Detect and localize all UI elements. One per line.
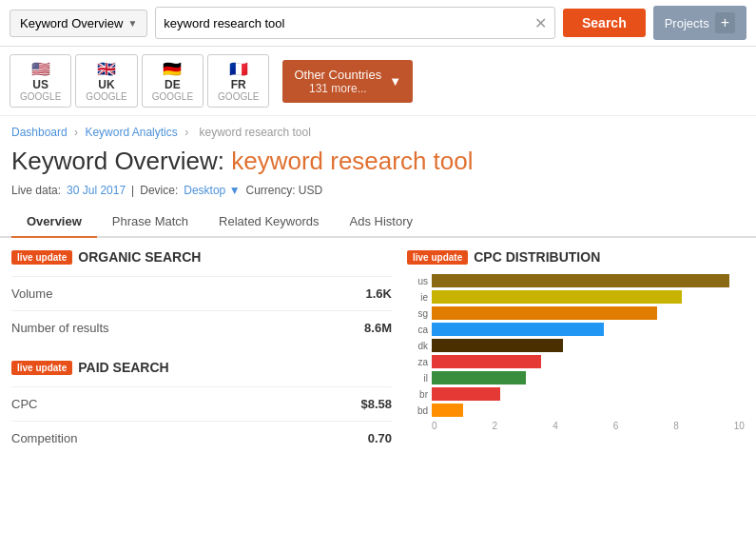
bar-container — [432, 404, 745, 417]
metric-num-results: Number of results 8.6M — [11, 310, 392, 345]
header: Keyword Overview ▼ ✕ Search Projects + — [0, 0, 756, 47]
bar-row-sg: sg — [407, 306, 745, 320]
left-panel: live update ORGANIC SEARCH Volume 1.6K N… — [11, 249, 392, 455]
paid-search-title: live update PAID SEARCH — [11, 360, 392, 375]
country-us[interactable]: 🇺🇸 US GOOGLE — [10, 54, 71, 108]
bar-row-ca: ca — [407, 323, 745, 336]
breadcrumb: Dashboard › Keyword Analytics › keyword … — [0, 116, 756, 143]
num-results-label: Number of results — [11, 321, 109, 335]
bar-container — [432, 290, 745, 304]
competition-value: 0.70 — [368, 431, 392, 445]
bar-label: ie — [407, 292, 428, 303]
title-static: Keyword Overview: — [11, 147, 224, 175]
bar — [432, 339, 563, 352]
bar — [432, 306, 657, 320]
bar-container — [432, 339, 745, 352]
live-badge-paid: live update — [11, 361, 72, 375]
metric-competition: Competition 0.70 — [11, 421, 392, 455]
tab-overview[interactable]: Overview — [11, 207, 97, 238]
breadcrumb-analytics[interactable]: Keyword Analytics — [85, 126, 177, 139]
search-input[interactable] — [164, 16, 534, 30]
chevron-down-icon: ▼ — [389, 74, 401, 89]
bar — [432, 387, 500, 401]
bar-label: br — [407, 389, 428, 400]
chart-title: live update CPC DISTRIBUTION — [407, 249, 745, 265]
competition-label: Competition — [11, 431, 77, 445]
device-link[interactable]: Desktop ▼ — [184, 184, 240, 197]
volume-value: 1.6K — [366, 286, 392, 301]
tab-related-keywords[interactable]: Related Keywords — [204, 207, 335, 238]
chart-title-text: CPC DISTRIBUTION — [474, 249, 600, 265]
bar-row-il: il — [407, 371, 745, 384]
breadcrumb-separator2: › — [184, 126, 191, 139]
bar — [432, 371, 526, 384]
cpc-label: CPC — [11, 397, 37, 411]
plus-icon: + — [715, 12, 735, 33]
bar-row-za: za — [407, 355, 745, 368]
country-fr[interactable]: 🇫🇷 FR GOOGLE — [207, 54, 269, 108]
other-countries-sublabel: 131 more... — [294, 82, 381, 95]
bar — [432, 290, 682, 304]
flag-us: 🇺🇸 — [31, 60, 50, 78]
bar-container — [432, 387, 745, 401]
tab-phrase-match[interactable]: Phrase Match — [97, 207, 204, 238]
date-link[interactable]: 30 Jul 2017 — [67, 184, 126, 197]
metric-volume: Volume 1.6K — [11, 276, 392, 310]
device-label: Device: — [140, 184, 178, 197]
flag-de: 🇩🇪 — [163, 60, 182, 78]
bar-label: ca — [407, 325, 428, 335]
bar-container — [432, 306, 745, 320]
search-button[interactable]: Search — [563, 9, 646, 37]
bar-row-bd: bd — [407, 404, 745, 417]
bar-row-ie: ie — [407, 290, 745, 304]
projects-button[interactable]: Projects + — [653, 6, 746, 40]
tabs: Overview Phrase Match Related Keywords A… — [0, 207, 756, 238]
search-box: ✕ — [155, 7, 555, 39]
bar-container — [432, 355, 745, 368]
breadcrumb-current: keyword research tool — [199, 126, 310, 139]
bar-label: bd — [407, 405, 428, 416]
bar-row-dk: dk — [407, 339, 745, 352]
live-badge-chart: live update — [407, 250, 468, 265]
organic-title-text: ORGANIC SEARCH — [78, 249, 201, 265]
num-results-value: 8.6M — [364, 321, 392, 335]
bar-container — [432, 274, 745, 287]
organic-search-title: live update ORGANIC SEARCH — [11, 249, 392, 265]
breadcrumb-separator: › — [74, 126, 81, 139]
flag-fr: 🇫🇷 — [229, 60, 248, 78]
content-area: live update ORGANIC SEARCH Volume 1.6K N… — [0, 238, 756, 466]
breadcrumb-dashboard[interactable]: Dashboard — [11, 126, 68, 139]
meta-info: Live data: 30 Jul 2017 | Device: Desktop… — [0, 182, 756, 207]
bar — [432, 274, 729, 287]
paid-title-text: PAID SEARCH — [78, 360, 168, 375]
organic-search-section: live update ORGANIC SEARCH Volume 1.6K N… — [11, 249, 392, 345]
live-label: Live data: — [11, 184, 61, 197]
right-panel: live update CPC DISTRIBUTION usiesgcadkz… — [407, 249, 745, 455]
projects-label: Projects — [665, 16, 709, 30]
bar-label: za — [407, 357, 428, 367]
bar-row-us: us — [407, 274, 745, 287]
clear-button[interactable]: ✕ — [534, 14, 547, 32]
bar-row-br: br — [407, 387, 745, 401]
chart-x-axis: 0 2 4 6 8 10 — [407, 421, 745, 431]
bar-label: dk — [407, 341, 428, 351]
flag-uk: 🇬🇧 — [97, 60, 116, 78]
tab-ads-history[interactable]: Ads History — [335, 207, 428, 238]
metric-cpc: CPC $8.58 — [11, 386, 392, 421]
bar-label: sg — [407, 308, 428, 319]
other-countries-button[interactable]: Other Countries 131 more... ▼ — [282, 60, 413, 103]
paid-search-section: live update PAID SEARCH CPC $8.58 Compet… — [11, 360, 392, 455]
chevron-down-icon: ▼ — [229, 184, 241, 197]
keyword-overview-dropdown[interactable]: Keyword Overview ▼ — [10, 10, 147, 37]
page-title: Keyword Overview: keyword research tool — [0, 143, 756, 182]
bar — [432, 323, 604, 336]
cpc-value: $8.58 — [360, 397, 392, 411]
bar-label: us — [407, 276, 428, 286]
dropdown-label: Keyword Overview — [20, 16, 123, 30]
country-uk[interactable]: 🇬🇧 UK GOOGLE — [75, 54, 137, 108]
country-de[interactable]: 🇩🇪 DE GOOGLE — [142, 54, 204, 108]
bar — [432, 355, 541, 368]
country-bar: 🇺🇸 US GOOGLE 🇬🇧 UK GOOGLE 🇩🇪 DE GOOGLE 🇫… — [0, 47, 756, 116]
currency-label: Currency: USD — [246, 184, 323, 197]
title-keyword: keyword research tool — [231, 147, 473, 175]
